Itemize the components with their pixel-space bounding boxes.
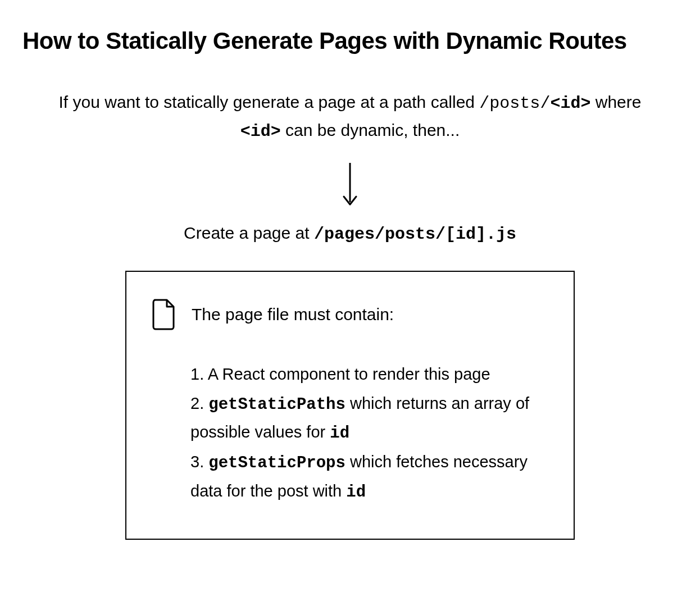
intro-id-code-2: <id> (240, 122, 281, 141)
intro-suffix: can be dynamic, then... (281, 121, 460, 139)
item-number: 2. (190, 394, 204, 412)
page-title: How to Statically Generate Pages with Dy… (22, 27, 678, 55)
box-header: The page file must contain: (151, 299, 549, 330)
item-text: A React component to render this page (204, 365, 490, 383)
item-number: 1. (190, 365, 204, 383)
intro-mid: where (590, 93, 641, 111)
file-icon (151, 299, 176, 330)
intro-path-code: /posts/ (479, 94, 550, 113)
intro-id-code: <id> (550, 94, 590, 113)
create-prefix: Create a page at (184, 224, 314, 242)
intro-prefix: If you want to statically generate a pag… (59, 93, 480, 111)
intro-text: If you want to statically generate a pag… (47, 89, 653, 145)
list-item: 2. getStaticPaths which returns an array… (190, 390, 549, 448)
item-number: 3. (190, 453, 204, 471)
item-text: getStaticPaths (208, 395, 346, 414)
list-item: 1. A React component to render this page (190, 361, 549, 388)
create-path: /pages/posts/[id].js (314, 225, 516, 244)
create-page-text: Create a page at /pages/posts/[id].js (22, 224, 678, 244)
arrow-down-container (22, 162, 678, 207)
item-text: id (346, 483, 366, 502)
file-contents-box: The page file must contain: 1. A React c… (125, 271, 575, 539)
item-text: id (330, 424, 349, 443)
box-title: The page file must contain: (192, 305, 394, 324)
list-item: 3. getStaticProps which fetches necessar… (190, 448, 549, 506)
item-text: getStaticProps (208, 454, 346, 472)
arrow-down-icon (340, 162, 360, 207)
box-items: 1. A React component to render this page… (151, 361, 549, 506)
